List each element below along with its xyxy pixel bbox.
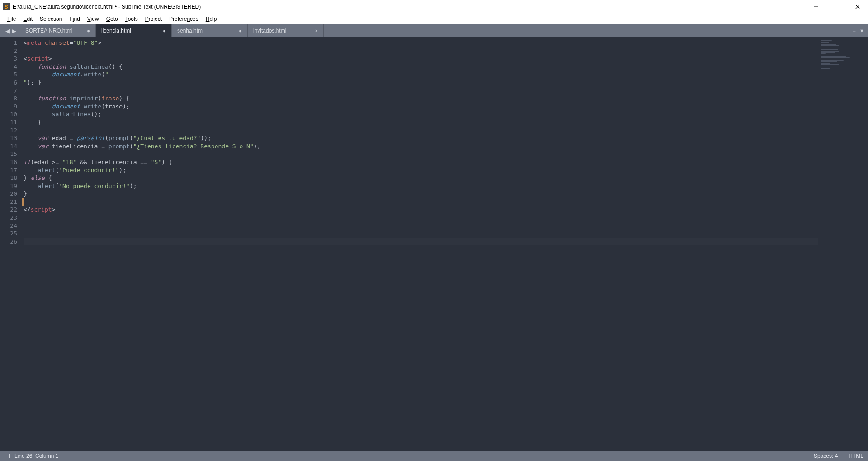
menu-view[interactable]: View — [84, 16, 103, 22]
code-line[interactable] — [24, 47, 818, 55]
code-line[interactable]: <meta charset="UTF-8"> — [24, 39, 818, 47]
panel-toggle-icon[interactable] — [5, 454, 10, 458]
code-line[interactable]: } else { — [24, 174, 818, 182]
tab-nav-arrows: ◀ ▶ — [2, 24, 20, 37]
code-line[interactable]: </script> — [24, 206, 818, 214]
gutter: 1234567891011121314151617181920212223242… — [0, 37, 24, 451]
code-line[interactable]: document.write(""); — [24, 71, 818, 79]
code-line[interactable]: } — [24, 79, 818, 87]
editor: 1234567891011121314151617181920212223242… — [0, 37, 868, 451]
tab-label: invitados.html — [253, 28, 286, 34]
menu-file[interactable]: File — [4, 16, 19, 22]
tabbar: ◀ ▶ SORTEA NRO.html ● licencia.html ● se… — [0, 24, 868, 37]
menu-help[interactable]: Help — [202, 16, 221, 22]
menu-edit[interactable]: Edit — [19, 16, 36, 22]
app-icon: S — [3, 3, 10, 10]
tab-sortea[interactable]: SORTEA NRO.html ● — [20, 24, 96, 37]
code-line[interactable] — [24, 150, 818, 158]
window-title: E:\alura_ONE\alura segundo\licencia.html… — [13, 4, 806, 10]
code-line[interactable]: <script> — [24, 55, 818, 63]
menu-tools[interactable]: Tools — [122, 16, 142, 22]
code-line[interactable] — [24, 214, 818, 222]
minimize-icon — [814, 5, 818, 9]
statusbar: Line 26, Column 1 Spaces: 4 HTML — [0, 451, 868, 461]
tab-close-icon[interactable]: × — [315, 28, 318, 33]
menu-preferences[interactable]: Preferences — [165, 16, 202, 22]
code-line[interactable]: function imprimir(frase) { — [24, 94, 818, 103]
code-line[interactable]: var tieneLicencia = prompt("¿Tienes lice… — [24, 142, 818, 151]
menu-goto[interactable]: Goto — [103, 16, 122, 22]
code-line[interactable]: } — [24, 190, 818, 198]
status-syntax[interactable]: HTML — [849, 453, 863, 459]
new-tab-icon[interactable]: ＋ — [852, 28, 857, 34]
menubar: File Edit Selection Find View Goto Tools… — [0, 14, 868, 24]
tabbar-right: ＋ ▼ — [849, 24, 868, 37]
titlebar: S E:\alura_ONE\alura segundo\licencia.ht… — [0, 0, 868, 14]
code-line[interactable]: alert("Puede conducir!"); — [24, 166, 818, 174]
menu-selection[interactable]: Selection — [36, 16, 66, 22]
tab-nav-back-icon[interactable]: ◀ — [5, 28, 10, 34]
tab-dropdown-icon[interactable]: ▼ — [859, 28, 864, 33]
code-line[interactable] — [24, 222, 818, 230]
code-line[interactable]: document.write(frase); — [24, 103, 818, 111]
code-line[interactable] — [24, 127, 818, 135]
code-line[interactable]: } — [24, 118, 818, 127]
dirty-dot-icon: ● — [239, 28, 242, 33]
code-line[interactable]: function saltarLinea() { — [24, 63, 818, 71]
close-icon — [855, 5, 860, 9]
menu-project[interactable]: Project — [142, 16, 165, 22]
code-line[interactable]: var edad = parseInt(prompt("¿Cuál es tu … — [24, 134, 818, 142]
close-button[interactable] — [847, 0, 868, 14]
code-line[interactable] — [24, 198, 818, 206]
code-line[interactable] — [24, 87, 818, 95]
maximize-button[interactable] — [826, 0, 847, 14]
dirty-dot-icon: ● — [87, 28, 90, 33]
code-line[interactable] — [24, 230, 818, 238]
minimap[interactable] — [818, 37, 868, 451]
svg-rect-1 — [835, 5, 839, 9]
maximize-icon — [835, 5, 839, 9]
tab-label: SORTEA NRO.html — [25, 28, 72, 34]
window-controls — [806, 0, 868, 14]
tab-label: licencia.html — [101, 28, 131, 34]
dirty-dot-icon: ● — [163, 28, 166, 33]
code-line[interactable]: saltarLinea(); — [24, 110, 818, 118]
tab-invitados[interactable]: invitados.html × — [248, 24, 324, 37]
tab-nav-fwd-icon[interactable]: ▶ — [12, 28, 16, 34]
tab-licencia[interactable]: licencia.html ● — [96, 24, 172, 37]
menu-find[interactable]: Find — [66, 16, 83, 22]
tab-senha[interactable]: senha.html ● — [172, 24, 248, 37]
code-area[interactable]: <meta charset="UTF-8"><script> function … — [24, 37, 818, 451]
minimize-button[interactable] — [806, 0, 826, 14]
status-position[interactable]: Line 26, Column 1 — [14, 453, 58, 459]
code-line[interactable]: alert("No puede conducir!"); — [24, 182, 818, 190]
code-line[interactable]: if(edad >= "18" && tieneLicencia == "S")… — [24, 158, 818, 166]
code-line[interactable] — [24, 238, 818, 246]
status-spaces[interactable]: Spaces: 4 — [814, 453, 838, 459]
tab-label: senha.html — [177, 28, 204, 34]
